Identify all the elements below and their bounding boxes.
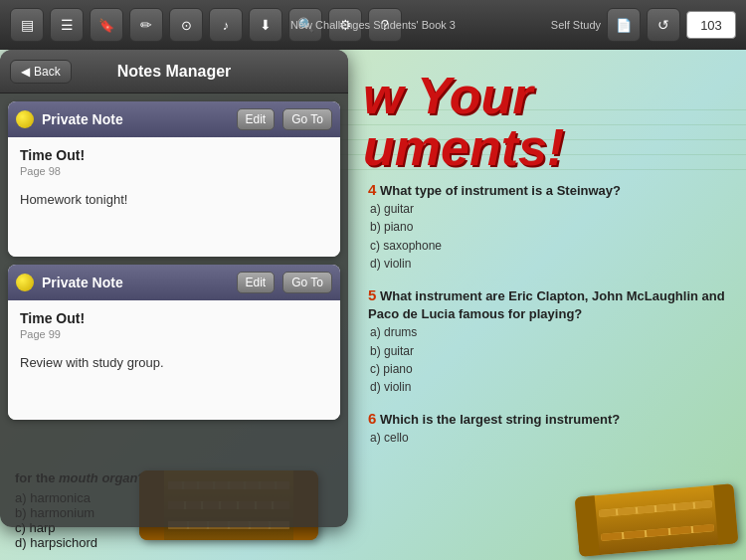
q5-c: c) piano [370, 362, 413, 376]
note-2-header: Private Note Edit Go To [8, 265, 340, 300]
notes-manager-header: ◀ Back Notes Manager [0, 50, 348, 93]
questions-area: 4 What type of instrument is a Steinway?… [353, 169, 746, 468]
notes-manager-panel: ◀ Back Notes Manager Private Note Edit G… [0, 50, 348, 527]
book-title-line1: w Your [363, 70, 731, 121]
download-icon[interactable]: ⬇ [249, 8, 282, 42]
glasses-icon[interactable]: ⊙ [169, 8, 203, 42]
back-button[interactable]: ◀ Back [10, 60, 72, 84]
main-content: w Your uments! 4 What type of instrument… [0, 50, 746, 560]
question-5: 5 What instrument are Eric Clapton, John… [368, 284, 731, 396]
q4-b: b) piano [370, 220, 413, 234]
music-icon[interactable]: ♪ [209, 8, 243, 42]
app-title: New Challenges Students' Book 3 [290, 19, 456, 31]
page-number-input[interactable] [686, 11, 736, 39]
q6-a: a) cello [370, 431, 409, 445]
refresh-icon[interactable]: ↺ [647, 8, 680, 42]
note-2-page: Page 99 [20, 328, 328, 340]
note-1-content: Homework tonight! [20, 192, 328, 207]
note-2-content: Review with study group. [20, 355, 328, 370]
note-1-type: Private Note [42, 111, 229, 127]
top-bar: ▤ ☰ 🔖 ✏ ⊙ ♪ ⬇ 🔍 ⚙ ? New Challenges Stude… [0, 0, 746, 50]
question-4-number: 4 [368, 181, 376, 198]
bookmark-icon[interactable]: 🔖 [90, 8, 123, 42]
list-icon[interactable]: ☰ [50, 8, 84, 42]
note-2-edit-button[interactable]: Edit [237, 272, 276, 293]
toolbar-right: Self Study 📄 ↺ [551, 8, 736, 42]
question-5-number: 5 [368, 286, 376, 303]
q4-a: a) guitar [370, 202, 414, 216]
back-arrow-icon: ◀ [21, 65, 30, 79]
note-1-title: Time Out! [20, 147, 328, 163]
self-study-label: Self Study [551, 19, 601, 31]
note-2-dot [16, 274, 34, 291]
note-1-edit-button[interactable]: Edit [237, 108, 276, 130]
note-1-page: Page 98 [20, 165, 328, 177]
note-2-title: Time Out! [20, 310, 328, 326]
note-1-header: Private Note Edit Go To [8, 101, 340, 137]
question-6-text: Which is the largest string instrument? [380, 412, 620, 427]
note-item-1: Private Note Edit Go To Time Out! Page 9… [8, 101, 340, 257]
question-5-text: What instrument are Eric Clapton, John M… [368, 288, 725, 321]
note-1-dot [16, 110, 34, 128]
back-button-label: Back [34, 65, 61, 79]
q4-d: d) violin [370, 257, 411, 271]
note-1-goto-button[interactable]: Go To [282, 108, 332, 130]
q4-c: c) saxophone [370, 239, 442, 253]
note-item-2: Private Note Edit Go To Time Out! Page 9… [8, 265, 340, 420]
book-title-area: w Your uments! [348, 60, 746, 183]
book-title-line2: uments! [363, 121, 731, 173]
question-6-number: 6 [368, 410, 376, 427]
question-6: 6 Which is the largest string instrument… [368, 408, 731, 447]
q5-d: d) violin [370, 380, 411, 394]
document-icon[interactable]: 📄 [607, 8, 641, 42]
note-2-goto-button[interactable]: Go To [282, 272, 332, 293]
note-2-body: Time Out! Page 99 Review with study grou… [8, 300, 340, 420]
question-4-text: What type of instrument is a Steinway? [380, 183, 621, 198]
notes-manager-title: Notes Manager [117, 63, 232, 81]
barcode-icon[interactable]: ▤ [10, 8, 44, 42]
question-4: 4 What type of instrument is a Steinway?… [368, 179, 731, 273]
q5-a: a) drums [370, 325, 417, 339]
note-2-type: Private Note [42, 275, 229, 290]
q5-b: b) guitar [370, 344, 414, 358]
note-1-body: Time Out! Page 98 Homework tonight! [8, 137, 340, 257]
pencil-icon[interactable]: ✏ [129, 8, 163, 42]
